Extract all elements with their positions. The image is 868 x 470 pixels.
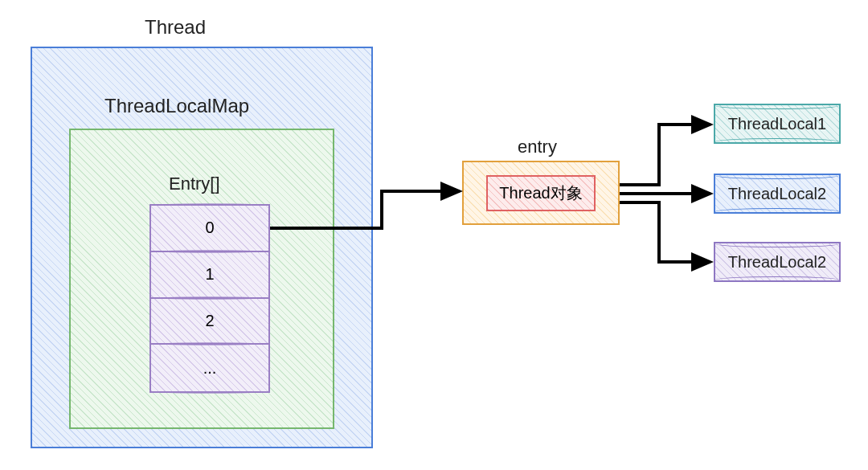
entry-cell-1-label: 1 (205, 265, 214, 284)
entry-box: Thread对象 (462, 161, 620, 225)
thread-title: Thread (145, 16, 206, 39)
entry-cell-2-label: 2 (205, 312, 214, 330)
arrow-entry-to-threadlocal3 (620, 202, 710, 262)
entry-cell-3: ... (151, 345, 268, 391)
threadlocal-3-label: ThreadLocal2 (728, 253, 826, 272)
entry-cell-2: 2 (151, 299, 268, 345)
entry-cell-0-label: 0 (205, 219, 214, 237)
entry-title: entry (518, 137, 557, 157)
entry-cell-3-label: ... (203, 359, 217, 378)
threadlocal-1-label: ThreadLocal1 (728, 115, 826, 133)
entry-cell-0: 0 (151, 206, 268, 252)
entry-cell-1: 1 (151, 252, 268, 299)
threadlocal-2-box: ThreadLocal2 (714, 174, 841, 214)
entry-array-box: 0 1 2 ... (149, 204, 270, 393)
threadlocal-3-box: ThreadLocal2 (714, 242, 841, 282)
entry-array-title: Entry[] (169, 174, 220, 194)
threadlocal-2-label: ThreadLocal2 (728, 185, 826, 203)
arrow-entry-to-threadlocal1 (620, 125, 710, 185)
thread-object-box: Thread对象 (486, 175, 595, 211)
thread-object-label: Thread对象 (499, 184, 582, 202)
threadlocalmap-title: ThreadLocalMap (104, 95, 249, 117)
threadlocal-1-box: ThreadLocal1 (714, 104, 841, 144)
